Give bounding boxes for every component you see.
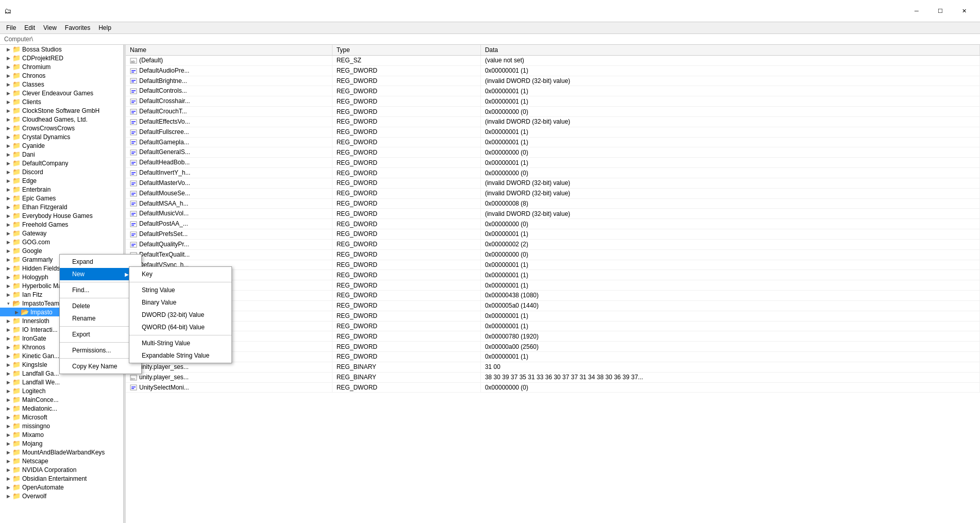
tree-item[interactable]: ▶📁Clients [0,97,123,106]
tree-item[interactable]: ▶📁missingno [0,421,123,430]
tree-item[interactable]: ▶📁Bossa Studios [0,45,123,54]
tree-item[interactable]: ▶📁Everybody House Games [0,211,123,220]
tree-item[interactable]: ▶📁Obsidian Entertainment [0,474,123,483]
tree-expander[interactable]: ▶ [4,257,12,262]
tree-item[interactable]: ▶📁DefaultCompany [0,159,123,167]
table-row[interactable]: binunity.player_ses...REG_BINARY31 00 [126,362,980,372]
table-row[interactable]: Screenmanager ...REG_DWORD0x00000001 (1) [126,321,980,331]
table-row[interactable]: DefaultControls...REG_DWORD0x00000001 (1… [126,86,980,96]
tree-expander[interactable]: ▶ [4,205,12,210]
table-row[interactable]: DefaultMSAA_h...REG_DWORD0x00000008 (8) [126,198,980,209]
tree-expander[interactable]: ▶ [4,467,12,473]
tree-expander[interactable]: ▶ [4,380,12,385]
menu-item-help[interactable]: Help [94,22,115,33]
table-row[interactable]: Screenmanager ...REG_DWORD0x00000001 (1) [126,270,980,280]
tree-expander[interactable]: ▶ [4,406,12,411]
tree-item[interactable]: ▶📁MainConce... [0,395,123,404]
tree-expander[interactable]: ▶ [4,494,12,499]
tree-expander[interactable]: ▶ [4,248,12,254]
table-row[interactable]: DefaultMasterVo...REG_DWORD(invalid DWOR… [126,178,980,188]
table-row[interactable]: Screenmanager ...REG_DWORD0x00000001 (1) [126,352,980,362]
tree-item[interactable]: ▶📁OpenAutomate [0,483,123,492]
table-row[interactable]: DefaultInvertY_h...REG_DWORD0x00000000 (… [126,168,980,178]
tree-expander[interactable]: ▶ [4,327,12,332]
close-button[interactable]: ✕ [952,3,976,19]
tree-expander[interactable]: ▶ [4,126,12,131]
tree-expander[interactable]: ▶ [4,143,12,148]
tree-item[interactable]: ▶📁Cloudhead Games, Ltd. [0,115,123,124]
table-row[interactable]: UnitySelectMoni...REG_DWORD0x00000000 (0… [126,382,980,393]
tree-expander[interactable]: ▶ [4,178,12,183]
tree-expander[interactable]: ▶ [4,432,12,437]
tree-expander[interactable]: ▶ [4,336,12,341]
table-row[interactable]: DefaultTexQualit...REG_DWORD0x00000000 (… [126,249,980,260]
tree-item[interactable]: ▶📁GOG.com [0,238,123,246]
table-row[interactable]: DefaultFullscree...REG_DWORD0x00000001 (… [126,127,980,137]
table-row[interactable]: DefaultVSync_h...REG_DWORD0x00000001 (1) [126,260,980,270]
tree-expander[interactable]: ▶ [4,231,12,236]
tree-item[interactable]: ▶📁Logitech [0,386,123,395]
tree-expander[interactable]: ▶ [4,134,12,140]
tree-expander[interactable]: ▶ [4,424,12,429]
tree-expander[interactable]: ▶ [4,187,12,192]
table-row[interactable]: DefaultGamepla...REG_DWORD0x00000001 (1) [126,137,980,147]
tree-item[interactable]: ▶📁Epic Games [0,194,123,203]
tree-item[interactable]: ▶📁Discord [0,167,123,176]
tree-item[interactable]: ▶📁Clever Endeavour Games [0,89,123,97]
table-row[interactable]: DefaultHeadBob...REG_DWORD0x00000001 (1) [126,158,980,168]
menu-item-favorites[interactable]: Favorites [61,22,94,33]
tree-expander[interactable]: ▶ [4,213,12,218]
tree-expander[interactable]: ▶ [4,362,12,367]
tree-expander[interactable]: ▶ [4,64,12,70]
tree-expander[interactable]: ▶ [4,389,12,394]
tree-item[interactable]: ▶📁Enterbrain [0,185,123,194]
sub-menu-item[interactable]: QWORD (64-bit) Value [129,321,231,333]
tree-item[interactable]: ▶📁MountAndBladeWarbandKeys [0,448,123,457]
table-row[interactable]: DefaultAudioPre...REG_DWORD0x00000001 (1… [126,65,980,76]
table-row[interactable]: DefaultPrefsSet...REG_DWORD0x00000001 (1… [126,229,980,240]
tree-item[interactable]: ▶📁Mixamo [0,430,123,439]
sub-menu-item[interactable]: Binary Value [129,296,231,309]
tree-expander[interactable]: ▶ [4,222,12,227]
sub-menu-item[interactable]: Multi-String Value [129,337,231,349]
tree-expander[interactable]: ▶ [4,459,12,464]
tree-expander[interactable]: ▾ [4,301,12,306]
tree-item[interactable]: ▶📁Edge [0,176,123,185]
tree-expander[interactable]: ▶ [4,397,12,402]
menu-item-view[interactable]: View [39,22,61,33]
tree-item[interactable]: ▶📁NVIDIA Corporation [0,465,123,474]
tree-item[interactable]: ▶📁Gateway [0,229,123,238]
menu-item-edit[interactable]: Edit [20,22,39,33]
tree-expander[interactable]: ▶ [4,82,12,87]
tree-expander[interactable]: ▶ [4,318,12,324]
tree-expander[interactable]: ▶ [4,117,12,122]
tree-item[interactable]: ▶📁Freehold Games [0,220,123,229]
table-row[interactable]: Screenmanager ...REG_DWORD0x00000438 (10… [126,291,980,301]
table-row[interactable]: DefaultGeneralS...REG_DWORD0x00000000 (0… [126,147,980,158]
tree-expander[interactable]: ▶ [4,266,12,271]
tree-expander[interactable]: ▶ [4,450,12,455]
tree-expander[interactable]: ▶ [4,56,12,61]
tree-expander[interactable]: ▶ [4,371,12,376]
sub-menu-item[interactable]: DWORD (32-bit) Value [129,309,231,321]
tree-expander[interactable]: ▶ [4,73,12,78]
tree-item[interactable]: ▶📁Dani [0,150,123,159]
table-row[interactable]: DefaultMouseSe...REG_DWORD(invalid DWORD… [126,188,980,198]
tree-expander[interactable]: ▶ [4,353,12,359]
tree-expander[interactable]: ▶ [4,292,12,297]
maximize-button[interactable]: ☐ [928,3,952,19]
table-row[interactable]: DefaultCrouchT...REG_DWORD0x00000000 (0) [126,107,980,117]
tree-expander[interactable]: ▶ [4,152,12,157]
tree-expander[interactable]: ▶ [4,240,12,245]
tree-item[interactable]: ▶📁Mediatonic... [0,404,123,413]
tree-item[interactable]: ▶📁Chronos [0,71,123,80]
tree-item[interactable]: ▶📁Microsoft [0,413,123,421]
tree-expander[interactable]: ▶ [4,108,12,113]
tree-item[interactable]: ▶📁CrowsCrowsCrows [0,124,123,132]
tree-expander[interactable]: ▶ [4,345,12,350]
table-row[interactable]: Screenmanager ...REG_DWORD0x00000780 (19… [126,331,980,342]
table-row[interactable]: DefaultQualityPr...REG_DWORD0x00000002 (… [126,239,980,249]
tree-item[interactable]: ▶📁Ethan Fitzgerald [0,203,123,211]
sub-menu-item[interactable]: Key [129,268,231,280]
tree-expander[interactable]: ▶ [12,310,21,315]
